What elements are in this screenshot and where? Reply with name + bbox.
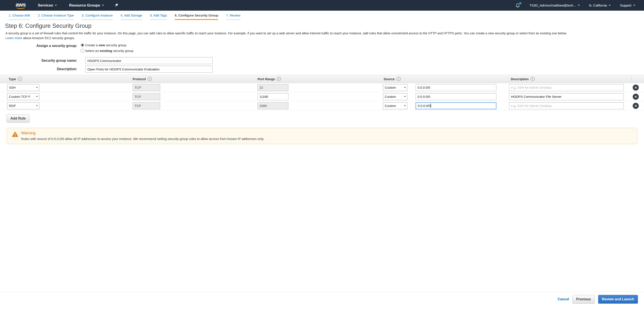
source-input[interactable]	[416, 84, 496, 91]
info-icon[interactable]: i	[148, 77, 152, 81]
tab-underline	[226, 19, 240, 20]
port-range-input	[258, 102, 288, 109]
delete-cell: ✕	[633, 103, 639, 109]
tab-add-storage[interactable]: 4. Add Storage	[121, 14, 142, 20]
learn-more-link[interactable]: Learn more	[6, 36, 22, 40]
info-icon[interactable]: i	[396, 77, 401, 81]
column-header-port-range: Port Range i	[258, 77, 281, 81]
tab-underline	[82, 19, 113, 20]
nav-services-menu[interactable]: Services	[38, 3, 57, 8]
region-label: N. California	[589, 4, 607, 7]
tab-configure-security-group[interactable]: 6. Configure Security Group	[175, 14, 218, 20]
warning-triangle-icon	[12, 132, 18, 138]
protocol-cell	[132, 84, 160, 91]
chevron-down-icon	[36, 87, 38, 88]
rule-description-input[interactable]	[509, 84, 624, 91]
support-label: Support	[620, 4, 632, 7]
tab-underline	[150, 19, 167, 20]
radio-button-unselected[interactable]	[81, 49, 84, 52]
source-mode-select[interactable]: Custom	[383, 102, 407, 109]
radio-select-existing-group[interactable]: Select an existing security group	[81, 49, 134, 52]
tab-choose-instance-type[interactable]: 2. Choose Instance Type	[38, 14, 74, 20]
wizard-step-tabs: 1. Choose AMI 2. Choose Instance Type 3.…	[0, 11, 644, 20]
warning-text: Rules with source of 0.0.0.0/0 allow all…	[21, 137, 633, 140]
source-input[interactable]	[416, 93, 496, 100]
rule-description-input[interactable]	[509, 93, 624, 100]
source-mode-value: Custom	[385, 95, 396, 98]
aws-logo-swoosh	[16, 7, 26, 9]
tab-label: 6. Configure Security Group	[175, 14, 218, 17]
tab-choose-ami[interactable]: 1. Choose AMI	[9, 14, 30, 20]
source-cell: 0.0.0.0/0	[416, 102, 496, 109]
region-menu[interactable]: N. California	[589, 4, 611, 7]
type-select-value: RDP	[9, 104, 16, 108]
source-mode-select[interactable]: Custom	[383, 93, 407, 100]
nav-services-label: Services	[38, 3, 53, 8]
tab-label: 7. Review	[226, 14, 240, 17]
support-menu[interactable]: Support	[620, 4, 635, 7]
intro-text: A security group is a set of firewall ru…	[6, 31, 639, 36]
source-mode-cell: Custom	[383, 93, 407, 100]
nav-left-group: aws Services Resource Groups	[16, 2, 119, 9]
add-rule-button[interactable]: Add Rule	[6, 114, 30, 122]
chevron-down-icon	[608, 5, 611, 6]
type-cell: Custom TCP F	[7, 93, 39, 100]
delete-rule-button[interactable]: ✕	[633, 84, 639, 91]
notification-badge	[519, 2, 522, 4]
rule-description-input[interactable]	[509, 102, 624, 109]
source-input-focused[interactable]: 0.0.0.0/0	[416, 102, 496, 109]
chevron-down-icon	[633, 5, 635, 6]
security-rules-table: Type i Protocol i Port Range i Source i …	[0, 75, 644, 110]
delete-cell: ✕	[633, 84, 639, 91]
radio-create-new-group[interactable]: Create a new security group	[81, 43, 134, 47]
delete-rule-button[interactable]: ✕	[633, 94, 639, 100]
port-range-input[interactable]	[258, 93, 288, 100]
radio-create-new-label: Create a new security group	[85, 43, 126, 47]
tab-configure-instance[interactable]: 3. Configure Instance	[82, 14, 113, 20]
previous-button[interactable]: Previous	[572, 295, 595, 304]
info-icon[interactable]: i	[18, 77, 22, 81]
table-row-custom-tcp: Custom TCP F Custom	[0, 92, 644, 101]
chevron-down-icon	[36, 96, 38, 97]
warning-title: Warning	[21, 131, 633, 136]
type-select-value: Custom TCP F	[9, 95, 30, 98]
tab-add-tags[interactable]: 5. Add Tags	[150, 14, 167, 20]
source-mode-select[interactable]: Custom	[383, 84, 407, 91]
account-menu[interactable]: TS3D_Admins/matthew@tech...	[530, 4, 580, 7]
source-mode-cell: Custom	[383, 84, 407, 91]
protocol-input	[132, 84, 160, 91]
radio-button-selected[interactable]	[81, 43, 84, 47]
wizard-footer: Cancel Previous Review and Launch	[0, 292, 644, 326]
chevron-down-icon	[55, 5, 57, 6]
column-header-description: Description i	[511, 77, 535, 81]
source-value: 0.0.0.0/0	[418, 104, 430, 108]
security-group-description-input[interactable]	[86, 66, 212, 72]
source-cell	[416, 93, 496, 100]
notification-bell-icon[interactable]	[515, 3, 520, 8]
description-label: Description:	[0, 66, 77, 71]
pushpin-icon[interactable]	[114, 3, 119, 8]
type-select[interactable]: RDP	[7, 102, 39, 109]
nav-resource-groups-menu[interactable]: Resource Groups	[69, 3, 104, 8]
rule-description-cell	[509, 102, 624, 109]
security-group-name-input[interactable]	[86, 57, 212, 64]
protocol-cell	[132, 102, 160, 109]
tab-label: 1. Choose AMI	[9, 14, 30, 17]
info-icon[interactable]: i	[277, 77, 281, 81]
aws-logo[interactable]: aws	[16, 2, 26, 9]
port-range-cell	[258, 102, 288, 109]
type-select[interactable]: Custom TCP F	[7, 93, 39, 100]
chevron-down-icon	[404, 87, 406, 88]
info-icon[interactable]: i	[530, 77, 535, 81]
review-and-launch-button[interactable]: Review and Launch	[598, 295, 638, 304]
tab-underline	[38, 19, 74, 20]
tab-review[interactable]: 7. Review	[226, 14, 240, 20]
radio-select-existing-label: Select an existing security group	[85, 49, 134, 52]
type-select[interactable]: SSH	[7, 84, 39, 91]
rule-description-cell	[509, 84, 624, 91]
chevron-down-icon	[36, 105, 38, 106]
table-header-row: Type i Protocol i Port Range i Source i …	[0, 75, 644, 83]
protocol-cell	[132, 93, 160, 100]
cancel-link[interactable]: Cancel	[558, 297, 569, 301]
delete-rule-button[interactable]: ✕	[633, 103, 639, 109]
